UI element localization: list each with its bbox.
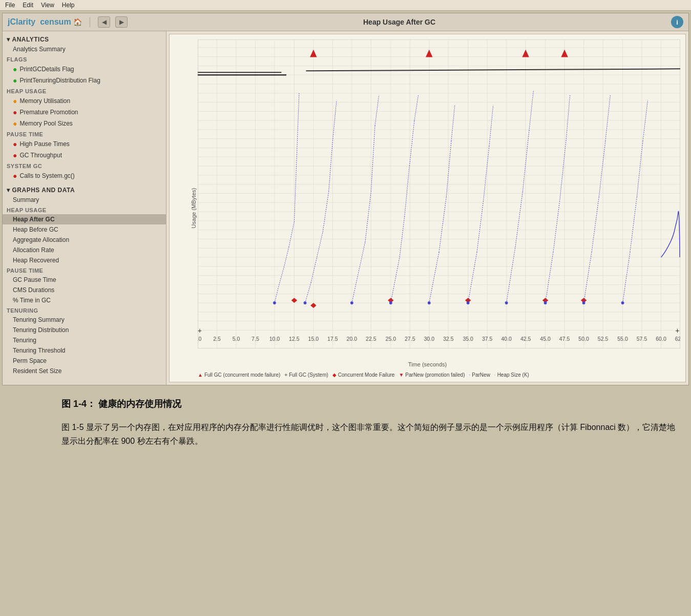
svg-text:22.5: 22.5 xyxy=(366,336,376,342)
sidebar-item-pct-time-in-gc[interactable]: % Time in GC xyxy=(3,295,166,305)
main-window: jClarity censum 🏠 ◀ ▶ Heap Usage After G… xyxy=(2,13,689,385)
legend-full-gc-concurrent: ▲ Full GC (concurrent mode failure) xyxy=(198,372,280,378)
graphs-header[interactable]: ▾ GRAPHS AND DATA xyxy=(3,184,166,195)
svg-point-116 xyxy=(544,301,547,304)
nav-forward-button[interactable]: ▶ xyxy=(115,16,128,28)
svg-text:55.0: 55.0 xyxy=(617,336,628,342)
chart-area: Usage (MBytes) xyxy=(166,31,688,385)
legend-triangle-up-icon: ▲ xyxy=(198,372,203,378)
svg-text:25.0: 25.0 xyxy=(386,336,396,342)
sidebar-item-tenuring[interactable]: Tenuring xyxy=(3,335,166,345)
sidebar-item-premature-promotion[interactable]: ● Premature Promotion xyxy=(3,107,166,118)
svg-text:0.0: 0.0 xyxy=(198,336,201,342)
legend-plus-icon: + xyxy=(284,372,287,378)
sidebar-item-allocation-rate[interactable]: Allocation Rate xyxy=(3,245,166,255)
svg-point-90 xyxy=(350,301,353,304)
svg-point-121 xyxy=(582,301,585,304)
body-text: 图 1-5 显示了另一个内存图，在对应用程序的内存分配率进行性能调优时，这个图非… xyxy=(61,420,676,448)
heap-usage-header: HEAP USAGE xyxy=(3,86,166,95)
svg-text:20.0: 20.0 xyxy=(347,336,358,342)
sidebar-item-tenuring-distribution[interactable]: Tenuring Distribution xyxy=(3,325,166,335)
analytics-header[interactable]: ▾ ANALYTICS xyxy=(3,34,166,44)
svg-text:50.0: 50.0 xyxy=(578,336,589,342)
app-sub: censum xyxy=(40,17,71,26)
sidebar-label: GC Throughput xyxy=(19,152,62,159)
svg-text:35.0: 35.0 xyxy=(463,336,473,342)
svg-text:52.5: 52.5 xyxy=(598,336,609,342)
svg-text:32.5: 32.5 xyxy=(443,336,454,342)
sidebar-item-memory-pool[interactable]: ● Memory Pool Sizes xyxy=(3,118,166,129)
menu-file[interactable]: File xyxy=(5,2,15,9)
chart-title: Heap Usage After GC xyxy=(133,18,666,26)
info-button[interactable]: i xyxy=(671,16,683,28)
sidebar-item-gc-throughput[interactable]: ● GC Throughput xyxy=(3,150,166,161)
sidebar-item-perm-space[interactable]: Perm Space xyxy=(3,356,166,366)
status-green-icon: ● xyxy=(13,65,17,73)
status-red-icon: ● xyxy=(13,140,17,148)
svg-rect-0 xyxy=(198,39,680,348)
legend-parnew: · ParNew xyxy=(469,372,490,378)
sidebar-label: Premature Promotion xyxy=(19,109,78,116)
legend-full-gc-system: + Full GC (System) xyxy=(284,372,328,378)
sidebar: ▾ ANALYTICS Analytics Summary FLAGS ● Pr… xyxy=(3,31,166,385)
svg-text:15.0: 15.0 xyxy=(308,336,319,342)
svg-point-68 xyxy=(273,301,276,304)
menu-edit[interactable]: Edit xyxy=(23,2,33,9)
sidebar-item-calls-system-gc[interactable]: ● Calls to System.gc() xyxy=(3,170,166,181)
toolbar-separator xyxy=(90,17,90,27)
nav-back-button[interactable]: ◀ xyxy=(98,16,110,28)
svg-text:30.0: 30.0 xyxy=(424,336,434,342)
menu-view[interactable]: View xyxy=(41,2,54,9)
sidebar-item-cms-durations[interactable]: CMS Durations xyxy=(3,285,166,295)
sidebar-item-tenuring-threshold[interactable]: Tenuring Threshold xyxy=(3,345,166,356)
x-axis-label: Time (seconds) xyxy=(408,361,447,367)
sidebar-item-summary[interactable]: Summary xyxy=(3,195,166,205)
svg-text:17.5: 17.5 xyxy=(327,336,338,342)
svg-text:10.0: 10.0 xyxy=(269,336,280,342)
sidebar-item-printgc[interactable]: ● PrintGCDetails Flag xyxy=(3,64,166,75)
svg-text:42.5: 42.5 xyxy=(520,336,531,342)
legend-concurrent-mode: ◆ Concurrent Mode Failure xyxy=(332,372,395,378)
analytics-triangle-icon: ▾ xyxy=(7,36,10,43)
sidebar-item-high-pause[interactable]: ● High Pause Times xyxy=(3,138,166,150)
graphs-triangle-icon: ▾ xyxy=(7,187,10,194)
legend-dash-icon: · xyxy=(494,372,496,378)
y-axis-label: Usage (MBytes) xyxy=(191,188,197,229)
sidebar-item-resident-set-size[interactable]: Resident Set Size xyxy=(3,366,166,376)
sidebar-item-heap-recovered[interactable]: Heap Recovered xyxy=(3,255,166,265)
sidebar-item-aggregate-allocation[interactable]: Aggregate Allocation xyxy=(3,235,166,245)
status-orange-icon: ● xyxy=(13,119,17,128)
figure-caption: 图 1-4： 健康的内存使用情况 xyxy=(61,398,676,410)
status-red-icon: ● xyxy=(13,172,17,180)
graphs-heap-usage-header: HEAP USAGE xyxy=(3,205,166,214)
svg-text:57.5: 57.5 xyxy=(637,336,647,342)
svg-point-106 xyxy=(467,301,470,304)
sidebar-item-analytics-summary[interactable]: Analytics Summary xyxy=(3,44,166,54)
system-gc-header: SYSTEM GC xyxy=(3,161,166,170)
chart-svg: 0.0 5.0 10.0 15.0 20.0 25.0 30.0 35.0 40… xyxy=(198,39,680,348)
svg-point-126 xyxy=(621,301,624,304)
app-title: jClarity censum 🏠 xyxy=(8,17,82,27)
sidebar-label: Memory Pool Sizes xyxy=(19,120,72,127)
chart-container: Usage (MBytes) xyxy=(169,34,686,382)
app-name: jClarity xyxy=(8,17,35,26)
pause-time-header: PAUSE TIME xyxy=(3,129,166,138)
legend-diamond-icon: ◆ xyxy=(332,372,337,378)
status-red-icon: ● xyxy=(13,151,17,159)
sidebar-item-tenuring-summary[interactable]: Tenuring Summary xyxy=(3,315,166,325)
svg-point-96 xyxy=(389,301,392,304)
svg-point-75 xyxy=(304,301,307,304)
sidebar-item-heap-after-gc[interactable]: Heap After GC xyxy=(3,214,166,224)
menu-bar: File Edit View Help xyxy=(0,0,691,11)
sidebar-item-gc-pause-time[interactable]: GC Pause Time xyxy=(3,275,166,285)
sidebar-item-printtenuring[interactable]: ● PrintTenuringDistribution Flag xyxy=(3,75,166,86)
toolbar: jClarity censum 🏠 ◀ ▶ Heap Usage After G… xyxy=(3,13,688,31)
svg-text:45.0: 45.0 xyxy=(540,336,551,342)
sidebar-item-memory-util[interactable]: ● Memory Utilisation xyxy=(3,95,166,107)
sidebar-item-heap-before-gc[interactable]: Heap Before GC xyxy=(3,224,166,235)
menu-help[interactable]: Help xyxy=(62,2,75,9)
sidebar-label: PrintTenuringDistribution Flag xyxy=(19,77,100,84)
svg-point-111 xyxy=(505,301,508,304)
svg-text:60.0: 60.0 xyxy=(656,336,666,342)
legend-parnew-promotion: ▼ ParNew (promotion failed) xyxy=(399,372,465,378)
